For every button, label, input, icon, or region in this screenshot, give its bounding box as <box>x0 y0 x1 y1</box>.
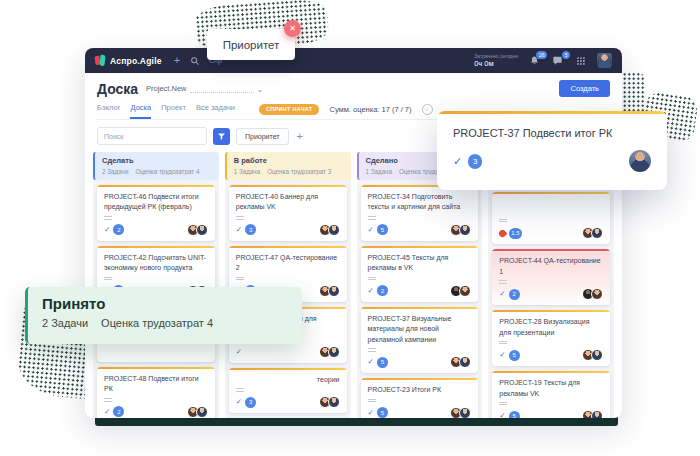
avatar <box>328 285 340 297</box>
column-estimate: Оценка трудозатрат 4 <box>135 168 199 175</box>
check-icon: ✓ <box>236 226 242 234</box>
quick-add-button[interactable]: + <box>174 55 180 66</box>
tooltip-label: Приоритет <box>223 39 280 51</box>
avatar <box>591 288 603 300</box>
assignee-avatars <box>319 346 340 358</box>
check-icon: ✓ <box>236 398 242 406</box>
assignee-avatars <box>187 224 208 236</box>
page-title: Доска <box>97 81 138 97</box>
estimate-badge: 1.5 <box>509 228 521 239</box>
avatar <box>328 346 340 358</box>
avatar <box>459 356 471 368</box>
description-icon <box>499 219 507 224</box>
check-icon: ✓ <box>368 409 374 417</box>
app-topbar: Аспро.Agile + Спр Затрачено сегодня 0ч 0… <box>85 48 622 73</box>
apps-grid-icon[interactable] <box>574 54 587 67</box>
accepted-title: Принято <box>42 295 302 312</box>
description-icon <box>499 402 507 407</box>
description-icon <box>368 399 376 404</box>
task-card[interactable]: PROJECT-40 Баннер для рекламы VK ✓3 <box>229 185 347 241</box>
task-title: PROJECT-19 Тексты для рекламы VK <box>499 378 603 399</box>
add-filter-button[interactable]: + <box>297 130 303 142</box>
logo-icon <box>95 55 106 66</box>
accepted-task-count: 2 Задачи <box>42 317 88 329</box>
column-task-count: 1 Задача <box>234 168 260 175</box>
tab-all-tasks[interactable]: Все задачи <box>196 103 235 119</box>
task-title: PROJECT-48 Подвести итоги РК <box>104 374 208 395</box>
info-icon[interactable]: i <box>422 104 433 115</box>
avatar <box>196 224 208 236</box>
avatar <box>328 224 340 236</box>
description-icon <box>104 398 112 403</box>
assignee-avatars <box>582 227 603 239</box>
accepted-callout: Принято 2 Задачи Оценка трудозатрат 4 <box>25 287 302 344</box>
column-header[interactable]: В работе 1 ЗадачаОценка трудозатрат 3 <box>225 152 351 180</box>
task-card[interactable]: PROJECT-28 Визуализация для презентации … <box>492 310 610 366</box>
check-icon: ✓ <box>368 287 374 295</box>
column-header[interactable]: Сделать 2 ЗадачиОценка трудозатрат 4 <box>93 152 219 180</box>
task-card[interactable]: 1.5 <box>492 192 610 244</box>
description-icon <box>236 388 244 393</box>
task-card[interactable]: PROJECT-46 Подвести итоги предыдущей РК … <box>97 185 215 241</box>
task-card[interactable]: PROJECT-34 Подготовить тексты и картинки… <box>361 185 479 241</box>
task-title: PROJECT-46 Подвести итоги предыдущей РК … <box>104 192 208 213</box>
task-title: PROJECT-40 Баннер для рекламы VK <box>236 192 340 213</box>
task-card[interactable]: PROJECT-45 Тексты для рекламы в VK ✓2 <box>361 246 479 302</box>
avatar <box>459 285 471 297</box>
estimate-badge: 3 <box>468 154 482 169</box>
task-card-alert[interactable]: PROJECT-44 QA-тестирование 1 ✓2 <box>492 249 610 305</box>
notifications-bell-icon[interactable]: 26 <box>528 54 541 67</box>
messages-icon[interactable]: 5 <box>551 54 564 67</box>
estimate-badge: 3 <box>245 397 256 408</box>
task-card[interactable]: PROJECT-48 Подвести итоги РК ✓2 <box>97 367 215 419</box>
assignee-avatars <box>187 406 208 418</box>
task-card[interactable]: PROJECT-23 Итоги РК ✓5 <box>361 378 479 418</box>
task-title: PROJECT-47 QA-тестирование 2 <box>236 253 340 274</box>
estimate-badge: 5 <box>377 357 388 368</box>
tab-project[interactable]: Проект <box>161 103 186 119</box>
task-card[interactable]: PROJECT-37 Визуальные материалы для ново… <box>361 307 479 374</box>
create-button[interactable]: Создать <box>559 80 610 97</box>
column-title: В работе <box>234 156 344 165</box>
task-card[interactable]: теории ✓3 <box>229 368 347 414</box>
dotted-underline <box>190 85 254 93</box>
column-accepted: 1.5 PROJECT-44 QA-тестирование 1 ✓2 PROJ… <box>488 152 614 418</box>
column-todo: Сделать 2 ЗадачиОценка трудозатрат 4 PRO… <box>93 152 219 418</box>
description-icon <box>104 216 112 221</box>
task-title: PROJECT-28 Визуализация для презентации <box>499 317 603 338</box>
app-logo[interactable]: Аспро.Agile <box>95 55 162 66</box>
assignee-avatars <box>582 410 603 418</box>
estimate-badge: 2 <box>509 289 520 300</box>
estimate-badge: 5 <box>377 224 388 235</box>
description-icon <box>368 348 376 353</box>
column-estimate: Оценка трудозатрат 3 <box>267 168 331 175</box>
check-icon: ✓ <box>499 290 505 298</box>
avatar <box>459 407 471 419</box>
search-icon[interactable] <box>188 54 201 67</box>
check-icon: ✓ <box>453 156 462 167</box>
check-icon: ✓ <box>499 412 505 418</box>
assignee-avatars <box>319 224 340 236</box>
estimate-badge: 2 <box>377 285 388 296</box>
avatar <box>196 406 208 418</box>
description-icon <box>104 277 112 282</box>
assignee-avatars <box>319 396 340 408</box>
close-icon[interactable]: ✕ <box>284 20 301 37</box>
estimate-badge: 2 <box>113 224 124 235</box>
task-card[interactable]: PROJECT-19 Тексты для рекламы VK ✓5 <box>492 371 610 418</box>
tab-backlog[interactable]: Бэклог <box>97 103 120 119</box>
priority-filter-chip[interactable]: Приоритет <box>236 128 289 145</box>
search-input[interactable] <box>97 127 207 145</box>
check-icon: ✓ <box>368 358 374 366</box>
task-title: PROJECT-42 Подсчитать UNIT-экономику нов… <box>104 253 208 274</box>
project-selector[interactable]: Project.New ⌄ <box>146 84 263 93</box>
user-avatar[interactable] <box>597 53 612 68</box>
app-window: Аспро.Agile + Спр Затрачено сегодня 0ч 0… <box>85 48 622 418</box>
estimate-badge: 5 <box>509 350 520 361</box>
check-icon: ✓ <box>368 226 374 234</box>
time-tracker-value: 0ч 0м <box>474 59 494 68</box>
column-task-count: 2 Задачи <box>102 168 128 175</box>
task-popup[interactable]: PROJECT-37 Подвести итог РК ✓ 3 <box>437 111 667 190</box>
filter-button[interactable] <box>213 128 230 145</box>
tab-board[interactable]: Доска <box>130 103 151 119</box>
